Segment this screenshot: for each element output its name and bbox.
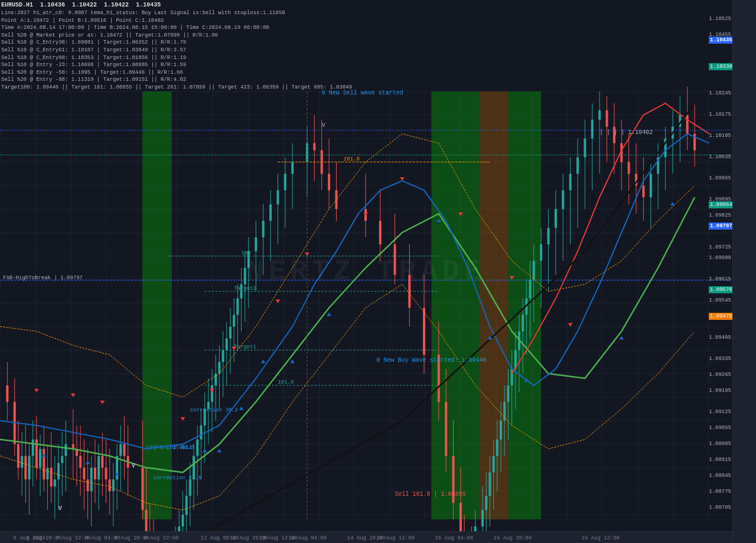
price-level: 1.09265	[709, 372, 732, 378]
price-level: 1.08705	[709, 505, 732, 511]
price-level: 1.09725	[709, 244, 732, 250]
time-label: 16 Aug 04:00	[435, 535, 473, 541]
price-level: 1.10035	[709, 154, 732, 160]
price-level: 1.09475	[709, 313, 732, 319]
price-level: 1.09125	[709, 409, 732, 415]
price-level: 1.09825	[709, 212, 732, 218]
price-level: 1.10435	[709, 37, 732, 43]
price-level: 1.08985	[709, 441, 732, 447]
price-level: 1.09405	[709, 335, 732, 341]
price-level: 1.09545	[709, 297, 732, 303]
price-level: 1.09965	[709, 175, 732, 181]
right-panel	[732, 0, 756, 543]
time-label: 14 Aug 04:00	[288, 535, 327, 541]
price-level: 1.10105	[709, 133, 732, 139]
price-level: 1.10175	[709, 112, 732, 117]
time-label: 9 Aug 12:00	[144, 535, 178, 541]
price-level: 1.10245	[709, 90, 732, 96]
price-level: 1.08775	[709, 489, 732, 495]
time-label: 19 Aug 12:00	[581, 535, 620, 541]
price-level: 1.10525	[709, 16, 732, 22]
price-level: 1.09055	[709, 425, 732, 431]
chart-canvas	[0, 0, 732, 531]
price-level: 1.09688	[709, 255, 732, 261]
price-level: 1.09864	[709, 202, 732, 208]
time-label: 16 Aug 20:00	[494, 535, 532, 541]
price-level: 1.08915	[709, 457, 732, 463]
price-level: 1.08845	[709, 473, 732, 479]
time-label: 15 Aug 12:00	[376, 535, 415, 541]
price-level: 1.09797	[709, 223, 732, 229]
price-level: 1.10330	[709, 64, 732, 70]
price-level: 1.09335	[709, 356, 732, 362]
price-level: 1.09615	[709, 276, 732, 282]
time-axis: 6 Aug 20246 Aug 20:007 Aug 12:008 Aug 04…	[0, 531, 732, 543]
price-level: 1.09576	[709, 287, 732, 293]
price-level: 1.09195	[709, 388, 732, 394]
